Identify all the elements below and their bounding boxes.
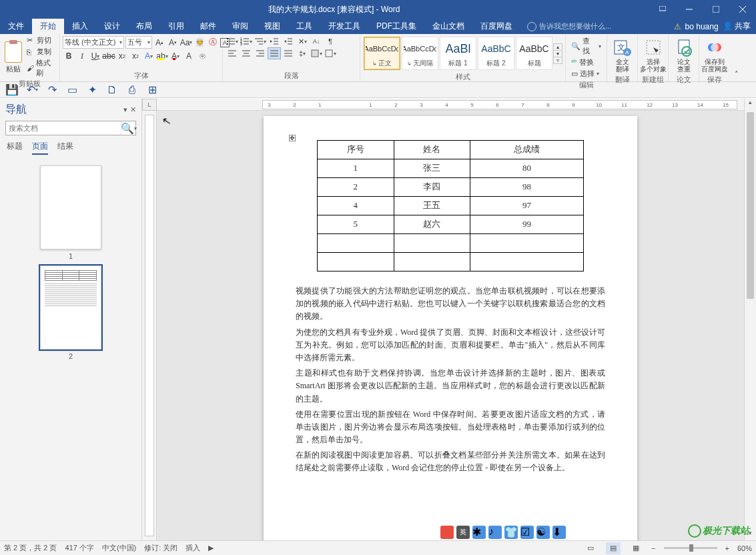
page-thumb-1[interactable]	[40, 165, 101, 249]
zoom-slider[interactable]	[664, 547, 717, 549]
table-cell[interactable]: 4	[318, 197, 394, 215]
body-paragraph[interactable]: 在新的阅读视图中阅读更加容易。可以折叠文档某些部分并关注所需文本。如果在达到结尾…	[296, 449, 605, 474]
line-spacing-button[interactable]: ‡▾	[296, 47, 309, 59]
phonetic-guide-button[interactable]: 👳	[194, 37, 206, 49]
styles-scroll[interactable]: ▴▾▿	[553, 43, 562, 63]
vertical-scrollbar[interactable]: ▴ ▾	[744, 99, 756, 540]
shrink-font-button[interactable]: A▾	[167, 37, 179, 49]
styles-gallery[interactable]: AaBbCcDd↳ 正文 AaBbCcDd↳ 无间隔 AaBl标题 1 AaBb…	[363, 35, 562, 71]
body-paragraph[interactable]: 为使您的文档具有专业外观，Word 提供了页眉、页脚、封面和文本框设计，这些设计…	[296, 326, 605, 365]
table-cell[interactable]	[318, 253, 394, 271]
char-border-button[interactable]: ㊥	[196, 50, 208, 62]
navtab-results[interactable]: 结果	[57, 141, 73, 155]
qat-icon-5[interactable]: ⊞	[147, 85, 157, 95]
table-cell[interactable]: 2	[318, 178, 394, 197]
tab-home[interactable]: 开始	[32, 19, 64, 34]
numbering-button[interactable]: 123▾	[240, 35, 253, 47]
align-right-button[interactable]	[254, 47, 267, 59]
style-no-spacing[interactable]: AaBbCcDd↳ 无间隔	[402, 37, 438, 70]
shading-button[interactable]: ▾	[310, 47, 323, 59]
status-words[interactable]: 417 个字	[65, 543, 93, 553]
format-painter-button[interactable]: 🖌格式刷	[27, 58, 57, 78]
highlight-button[interactable]: ab▾	[156, 50, 168, 62]
ruler-tab-selector[interactable]: L	[142, 99, 157, 111]
table-cell[interactable]: 1	[318, 159, 394, 178]
strikethrough-button[interactable]: abc	[103, 50, 115, 62]
status-page[interactable]: 第 2 页，共 2 页	[4, 543, 57, 553]
change-case-button[interactable]: Aa▾	[180, 37, 192, 49]
paste-button[interactable]: 粘贴	[3, 39, 24, 75]
table-header-cell[interactable]: 姓名	[394, 141, 470, 159]
select-button[interactable]: ▭选择▾	[569, 68, 602, 79]
page-thumb-2[interactable]	[40, 265, 101, 350]
tab-devtools[interactable]: 开发工具	[320, 19, 368, 34]
tab-baidu[interactable]: 百度网盘	[472, 19, 520, 34]
table-cell[interactable]	[394, 234, 470, 253]
zoom-in-button[interactable]: +	[725, 544, 729, 552]
table-cell[interactable]: 赵六	[394, 215, 470, 234]
table-cell[interactable]	[318, 234, 394, 253]
tab-review[interactable]: 审阅	[224, 19, 256, 34]
increase-indent-button[interactable]	[282, 35, 295, 47]
scroll-up-icon[interactable]: ▴	[745, 99, 756, 109]
borders-button[interactable]: ▾	[324, 47, 337, 59]
status-track[interactable]: 修订: 关闭	[144, 543, 177, 553]
search-icon[interactable]: 🔍▾	[121, 121, 135, 135]
table-cell[interactable]: 99	[470, 215, 584, 234]
body-paragraph[interactable]: 视频提供了功能强大的方法帮助您证明您的观点。当您单击联机视频时，可以在想要添加的…	[296, 285, 605, 324]
qat-icon-1[interactable]: ▭	[67, 85, 77, 95]
navtab-pages[interactable]: 页面	[32, 141, 48, 155]
subscript-button[interactable]: x2	[116, 50, 128, 62]
document-table[interactable]: 序号姓名总成绩 1张三802李四984王五975赵六99	[317, 140, 584, 271]
baidu-save-button[interactable]: 保存到百度网盘 保存	[699, 34, 730, 81]
close-button[interactable]	[729, 0, 756, 19]
table-move-handle[interactable]: ✥	[289, 135, 296, 141]
table-cell[interactable]: 张三	[394, 159, 470, 178]
replace-button[interactable]: ᵃᵇ替换	[569, 57, 597, 68]
tab-file[interactable]: 文件	[0, 19, 32, 34]
table-cell[interactable]: 97	[470, 197, 584, 215]
status-lang[interactable]: 中文(中国)	[102, 543, 136, 553]
align-center-button[interactable]	[240, 47, 253, 59]
table-cell[interactable]	[394, 253, 470, 271]
asian-break-button[interactable]: ✕▾	[296, 35, 309, 47]
align-justify-button[interactable]	[268, 47, 281, 59]
account-area[interactable]: ⚠ bo huang 👤 共享	[669, 19, 756, 34]
style-heading1[interactable]: AaBl标题 1	[440, 37, 476, 70]
font-name-combo[interactable]: 等线 (中文正文)▾	[63, 36, 124, 49]
bullets-button[interactable]: ▾	[226, 35, 239, 47]
style-heading2[interactable]: AaBbC标题 2	[478, 37, 514, 70]
table-header-cell[interactable]: 序号	[318, 141, 394, 159]
align-distributed-button[interactable]	[282, 47, 295, 59]
horizontal-ruler[interactable]: 3211234567891011121314151617	[142, 99, 744, 111]
table-cell[interactable]: 80	[470, 159, 584, 178]
table-cell[interactable]: 李四	[394, 178, 470, 197]
tab-jinshan[interactable]: 金山文档	[424, 19, 472, 34]
qat-icon-2[interactable]: ✦	[87, 85, 97, 95]
tab-mailings[interactable]: 邮件	[192, 19, 224, 34]
multilevel-list-button[interactable]: ▾	[254, 35, 267, 47]
maximize-button[interactable]	[703, 0, 729, 19]
tab-design[interactable]: 设计	[96, 19, 128, 34]
tab-layout[interactable]: 布局	[128, 19, 160, 34]
find-button[interactable]: 🔍查找▾	[569, 35, 604, 57]
vertical-ruler[interactable]	[142, 111, 157, 540]
grow-font-button[interactable]: A▴	[153, 37, 165, 49]
view-print-icon[interactable]: ▤	[606, 542, 621, 554]
qat-icon-3[interactable]: 🗋	[107, 85, 117, 95]
zoom-level[interactable]: 60%	[737, 544, 752, 552]
table-cell[interactable]: 98	[470, 178, 584, 197]
table-cell[interactable]: 5	[318, 215, 394, 234]
document-canvas[interactable]: ✥ 序号姓名总成绩 1张三802李四984王五975赵六99 视频提供了功能强大…	[157, 111, 744, 540]
style-normal[interactable]: AaBbCcDd↳ 正文	[364, 37, 400, 70]
tab-insert[interactable]: 插入	[64, 19, 96, 34]
scroll-thumb[interactable]	[747, 112, 754, 299]
tab-view[interactable]: 视图	[256, 19, 288, 34]
sort-button[interactable]: A↓	[310, 35, 323, 47]
status-insert[interactable]: 插入	[185, 543, 200, 553]
navtab-headings[interactable]: 标题	[7, 141, 23, 155]
ribbon-options-icon[interactable]	[649, 0, 676, 19]
decrease-indent-button[interactable]	[268, 35, 281, 47]
status-macro-icon[interactable]: ▶	[208, 544, 214, 552]
view-read-icon[interactable]: ▭	[583, 542, 598, 554]
